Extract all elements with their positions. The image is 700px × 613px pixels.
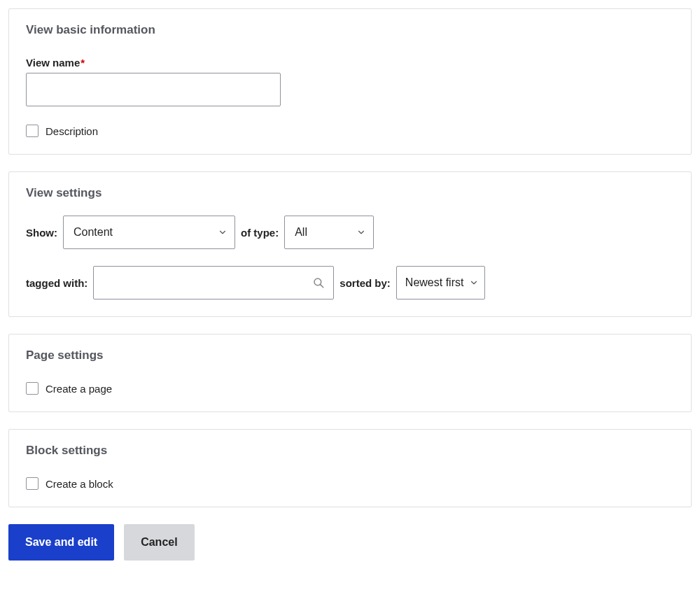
view-settings-row-1: Show: Content of type: All	[26, 216, 674, 249]
view-settings-panel: View settings Show: Content of type: All…	[8, 171, 692, 317]
chevron-down-icon	[356, 227, 366, 237]
chevron-down-icon	[218, 227, 227, 237]
view-basic-information-panel: View basic information View name* Descri…	[8, 8, 692, 155]
cancel-button[interactable]: Cancel	[124, 524, 194, 561]
of-type-label: of type:	[241, 227, 279, 239]
create-page-checkbox-row: Create a page	[26, 382, 674, 395]
description-checkbox-row: Description	[26, 125, 674, 137]
save-and-edit-button[interactable]: Save and edit	[8, 524, 114, 561]
panel-title-block-settings: Block settings	[26, 444, 674, 458]
panel-title-view-settings: View settings	[26, 186, 674, 200]
view-name-label-text: View name	[26, 57, 80, 69]
show-label: Show:	[26, 227, 57, 239]
create-page-checkbox[interactable]	[26, 382, 38, 395]
of-type-select[interactable]: All	[284, 216, 374, 249]
sorted-by-value: Newest first	[405, 276, 464, 289]
block-settings-panel: Block settings Create a block	[8, 429, 692, 507]
required-asterisk: *	[80, 57, 85, 69]
sorted-by-select[interactable]: Newest first	[396, 266, 486, 300]
sorted-by-label: sorted by:	[340, 277, 391, 289]
view-name-label: View name*	[26, 57, 674, 69]
panel-title-basic: View basic information	[26, 23, 674, 37]
tagged-with-input[interactable]	[94, 267, 333, 299]
form-actions: Save and edit Cancel	[8, 524, 692, 561]
view-name-input[interactable]	[26, 73, 281, 106]
panel-title-page-settings: Page settings	[26, 348, 674, 362]
create-page-label: Create a page	[46, 383, 112, 395]
create-block-checkbox-row: Create a block	[26, 477, 674, 490]
tagged-with-field	[93, 266, 334, 300]
svg-line-1	[321, 285, 323, 288]
view-name-field: View name*	[26, 57, 674, 106]
tagged-with-label: tagged with:	[26, 277, 88, 289]
view-settings-row-2: tagged with: sorted by: Newest first	[26, 266, 674, 300]
description-checkbox-label: Description	[46, 125, 98, 137]
show-select-value: Content	[74, 226, 113, 239]
show-select[interactable]: Content	[63, 216, 235, 249]
create-block-label: Create a block	[46, 478, 113, 490]
chevron-down-icon	[469, 278, 479, 288]
of-type-select-value: All	[295, 226, 307, 239]
page-settings-panel: Page settings Create a page	[8, 334, 692, 412]
search-icon	[312, 276, 325, 289]
create-block-checkbox[interactable]	[26, 477, 38, 490]
description-checkbox[interactable]	[26, 125, 38, 137]
